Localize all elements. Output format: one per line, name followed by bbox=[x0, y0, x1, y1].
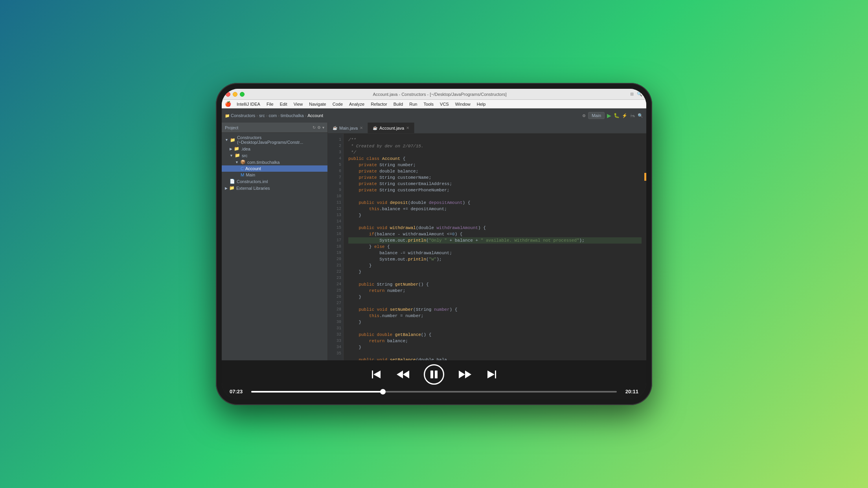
breadcrumb-timbuchalka[interactable]: timbuchalka bbox=[281, 113, 304, 118]
progress-thumb[interactable] bbox=[380, 389, 386, 394]
project-panel: Project ↻ ⚙ ▾ ▼ 📁 Constructors ( bbox=[222, 123, 328, 360]
menu-analyze[interactable]: Analyze bbox=[346, 101, 367, 107]
ant-button[interactable]: 🐜 bbox=[630, 113, 635, 118]
ide-area: Account.java - Constructors - [~/Desktop… bbox=[222, 89, 646, 360]
apple-icon: 🍎 bbox=[225, 101, 231, 107]
svg-rect-9 bbox=[495, 371, 496, 378]
breadcrumb-account[interactable]: Account bbox=[307, 113, 323, 118]
iml-icon: 📄 bbox=[230, 179, 235, 184]
account-tab-close[interactable]: ✕ bbox=[406, 126, 409, 130]
idea-folder-icon: 📁 bbox=[234, 146, 239, 151]
package-icon: 📦 bbox=[240, 160, 246, 165]
tree-ext-label: External Libraries bbox=[236, 186, 270, 191]
folder-icon: 📁 bbox=[230, 138, 235, 143]
tree-idea[interactable]: ▶ 📁 .idea bbox=[222, 145, 327, 152]
svg-marker-7 bbox=[465, 371, 471, 378]
menu-code[interactable]: Code bbox=[330, 101, 346, 107]
project-tree: ▼ 📁 Constructors (~Desktop/JavaPrograms/… bbox=[222, 133, 327, 360]
panel-settings-icon[interactable]: ⚙ bbox=[317, 125, 321, 130]
window-title: Account.java - Constructors - [~/Desktop… bbox=[249, 92, 630, 97]
menu-view[interactable]: View bbox=[291, 101, 306, 107]
controls-buttons bbox=[230, 364, 638, 385]
search-icon[interactable]: 🔍 bbox=[638, 113, 643, 118]
tab-account-label: Account.java bbox=[379, 126, 404, 130]
menu-edit[interactable]: Edit bbox=[277, 101, 290, 107]
menu-vcs[interactable]: VCS bbox=[437, 101, 452, 107]
ext-expand-icon: ▶ bbox=[225, 186, 228, 190]
settings-icon[interactable]: ⚙ bbox=[582, 114, 586, 118]
editor-area: ☕ Main.java ✕ ☕ Account.java ✕ bbox=[328, 123, 646, 360]
tree-account-label: Account bbox=[245, 166, 261, 171]
phone-frame: Account.java - Constructors - [~/Desktop… bbox=[216, 83, 652, 405]
collapse-icon: ▶ bbox=[230, 147, 232, 151]
menu-bar: 🍎 IntelliJ IDEA File Edit View Navigate … bbox=[222, 100, 646, 108]
ext-folder-icon: 📁 bbox=[229, 185, 235, 191]
menu-tools[interactable]: Tools bbox=[421, 101, 436, 107]
tab-account[interactable]: ☕ Account.java ✕ bbox=[368, 123, 414, 133]
panel-title: Project bbox=[225, 125, 238, 130]
traffic-lights bbox=[226, 92, 245, 97]
menu-navigate[interactable]: Navigate bbox=[306, 101, 329, 107]
maximize-button[interactable] bbox=[240, 92, 245, 97]
svg-rect-0 bbox=[372, 371, 373, 378]
main-tab-close[interactable]: ✕ bbox=[360, 126, 363, 130]
breadcrumb-constructors[interactable]: Constructors bbox=[231, 113, 255, 118]
svg-marker-1 bbox=[373, 371, 381, 378]
menu-run[interactable]: Run bbox=[406, 101, 420, 107]
tree-iml-label: Constructors.iml bbox=[237, 179, 268, 184]
breadcrumb-src[interactable]: src bbox=[259, 113, 265, 118]
tree-iml[interactable]: 📄 Constructors.iml bbox=[222, 178, 327, 185]
tree-constructors-label: Constructors (~Desktop/JavaPrograms/Cons… bbox=[237, 135, 324, 145]
main-content: Project ↻ ⚙ ▾ ▼ 📁 Constructors ( bbox=[222, 123, 646, 360]
menu-build[interactable]: Build bbox=[391, 101, 406, 107]
panel-filter-icon[interactable]: ▾ bbox=[322, 125, 324, 130]
svg-rect-4 bbox=[430, 371, 433, 378]
panel-sync-icon[interactable]: ↻ bbox=[313, 125, 316, 130]
close-button[interactable] bbox=[226, 92, 230, 97]
main-tab-icon: ☕ bbox=[333, 126, 337, 130]
svg-marker-3 bbox=[403, 371, 409, 378]
mac-titlebar: Account.java - Constructors - [~/Desktop… bbox=[222, 89, 646, 100]
menu-help[interactable]: Help bbox=[474, 101, 489, 107]
progress-bar[interactable] bbox=[251, 391, 617, 393]
profile-button[interactable]: ⚡ bbox=[622, 113, 627, 118]
run-config[interactable]: Main bbox=[588, 112, 605, 119]
tree-src-label: src bbox=[242, 153, 248, 158]
src-expand-icon: ▼ bbox=[230, 154, 233, 158]
tree-main[interactable]: M Main bbox=[222, 172, 327, 178]
tree-ext-libs[interactable]: ▶ 📁 External Libraries bbox=[222, 185, 327, 191]
time-total: 20:11 bbox=[621, 389, 638, 394]
menu-refactor[interactable]: Refactor bbox=[368, 101, 390, 107]
panel-header: Project ↻ ⚙ ▾ bbox=[222, 123, 327, 133]
tree-account[interactable]: C Account bbox=[222, 165, 327, 172]
rewind-button[interactable] bbox=[396, 369, 410, 380]
breadcrumb-com[interactable]: com bbox=[268, 113, 277, 118]
skip-back-button[interactable] bbox=[370, 369, 382, 380]
tab-main-label: Main.java bbox=[339, 126, 358, 130]
tab-main[interactable]: ☕ Main.java ✕ bbox=[328, 123, 368, 133]
svg-marker-2 bbox=[397, 371, 403, 378]
main-java-icon: M bbox=[241, 172, 244, 177]
menu-file[interactable]: File bbox=[264, 101, 276, 107]
tree-package[interactable]: ▼ 📦 com.timbuchalka bbox=[222, 159, 327, 165]
fast-forward-button[interactable] bbox=[458, 369, 472, 380]
pause-button[interactable] bbox=[424, 364, 444, 385]
tree-src[interactable]: ▼ 📁 src bbox=[222, 152, 327, 159]
skip-next-button[interactable] bbox=[486, 369, 498, 380]
toolbar-right: ⚙ Main ▶ 🐛 ⚡ 🐜 🔍 bbox=[582, 112, 643, 119]
menu-window[interactable]: Window bbox=[452, 101, 473, 107]
time-current: 07:23 bbox=[230, 389, 247, 394]
menu-intellij[interactable]: IntelliJ IDEA bbox=[234, 101, 263, 107]
code-content[interactable]: /** * Created by dev on 2/07/15. */ publ… bbox=[344, 134, 646, 360]
tree-constructors[interactable]: ▼ 📁 Constructors (~Desktop/JavaPrograms/… bbox=[222, 134, 327, 145]
run-button[interactable]: ▶ bbox=[607, 112, 611, 119]
account-tab-icon: ☕ bbox=[373, 126, 377, 130]
minimize-button[interactable] bbox=[233, 92, 237, 97]
java-file-icon: C bbox=[241, 166, 244, 171]
svg-marker-8 bbox=[487, 371, 495, 378]
tree-package-label: com.timbuchalka bbox=[247, 160, 280, 165]
video-controls: 07:23 20:11 bbox=[222, 360, 646, 399]
debug-button[interactable]: 🐛 bbox=[614, 113, 620, 118]
svg-rect-5 bbox=[435, 371, 438, 378]
editor-tabs: ☕ Main.java ✕ ☕ Account.java ✕ bbox=[328, 123, 646, 134]
